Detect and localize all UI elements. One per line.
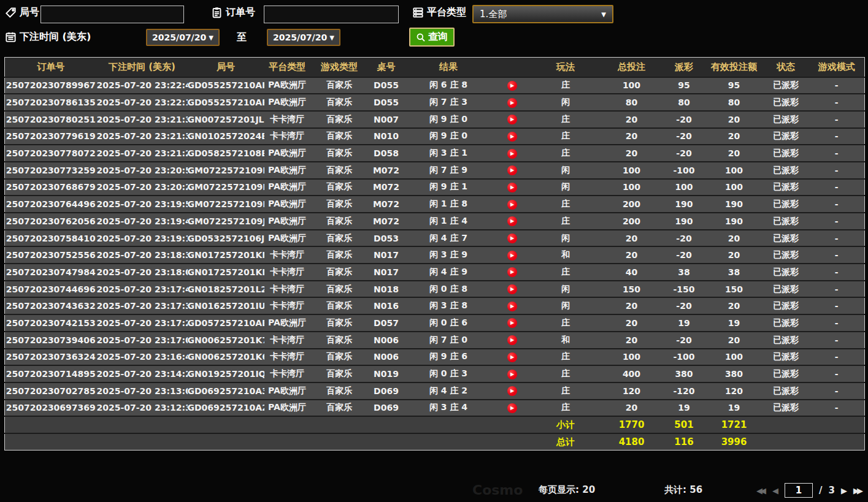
- table-row: 2507202307620562025-07-20 23:19:41GM0722…: [5, 213, 865, 230]
- cell-platform: 卡卡湾厅: [264, 246, 310, 264]
- cell-game-type: 百家乐: [310, 196, 369, 213]
- replay-button[interactable]: ▶: [507, 115, 517, 124]
- cell-valid-bet: 190: [705, 213, 763, 230]
- cell-bet-time: 2025-07-20 23:19:58: [97, 196, 188, 213]
- cell-platform: 卡卡湾厅: [264, 297, 310, 314]
- page-number-input[interactable]: [785, 483, 813, 498]
- replay-button[interactable]: ▶: [507, 302, 517, 311]
- replay-button[interactable]: ▶: [507, 132, 517, 142]
- replay-button[interactable]: ▶: [507, 98, 517, 108]
- prev-page-button[interactable]: ◀: [772, 486, 778, 495]
- platform-select[interactable]: 1.全部 ▼: [472, 5, 613, 23]
- cell-game-type: 百家乐: [310, 230, 369, 247]
- cell-replay: ▶: [493, 264, 531, 281]
- replay-button[interactable]: ▶: [507, 149, 517, 159]
- replay-button[interactable]: ▶: [507, 403, 517, 413]
- cell-valid-bet: 100: [705, 179, 763, 196]
- replay-button[interactable]: ▶: [507, 165, 517, 175]
- replay-button[interactable]: ▶: [507, 386, 517, 396]
- cell-status: 已派彩: [763, 382, 809, 400]
- cell-platform: PA欧洲厅: [264, 145, 310, 162]
- cell-platform: PA欧洲厅: [264, 314, 310, 332]
- replay-button[interactable]: ▶: [507, 335, 517, 345]
- cell-payout: 95: [663, 77, 705, 94]
- table-row: 2507202307780722025-07-20 23:21:22GD0582…: [5, 145, 865, 162]
- cell-bet-type: 和: [531, 246, 601, 264]
- replay-button[interactable]: ▶: [507, 216, 517, 226]
- chevron-down-icon: ▼: [329, 34, 334, 41]
- replay-button[interactable]: ▶: [507, 352, 517, 362]
- cell-bet-type: 庄: [531, 77, 601, 94]
- cell-status: 已派彩: [763, 213, 809, 230]
- total-payout: 116: [663, 433, 705, 451]
- cell-status: 已派彩: [763, 94, 809, 111]
- cell-valid-bet: 20: [705, 145, 763, 162]
- cell-payout: -120: [663, 382, 705, 400]
- cell-valid-bet: 100: [705, 349, 763, 366]
- cell-total-bet: 100: [601, 162, 663, 179]
- cell-payout: 38: [663, 264, 705, 281]
- cell-game-type: 百家乐: [310, 162, 369, 179]
- cell-table-no: N010: [369, 128, 404, 145]
- cell-bet-time: 2025-07-20 23:17:21: [97, 314, 188, 332]
- cell-game-mode: -: [809, 77, 865, 94]
- cell-game-type: 百家乐: [310, 179, 369, 196]
- cell-bet-type: 庄: [531, 196, 601, 213]
- date-from-picker[interactable]: 2025/07/20 ▼: [146, 29, 220, 46]
- cell-game-mode: -: [809, 94, 865, 111]
- cell-game-mode: -: [809, 246, 865, 264]
- replay-button[interactable]: ▶: [507, 81, 517, 91]
- total-pages: 3: [829, 485, 835, 496]
- subtotal-total-bet: 1770: [601, 416, 663, 433]
- cell-order-no: 250720230773259: [5, 162, 97, 179]
- cell-result: 闲 7 庄 0: [404, 332, 493, 349]
- cell-total-bet: 150: [601, 281, 663, 298]
- cell-result: 闲 3 庄 4: [404, 400, 493, 417]
- cell-bet-time: 2025-07-20 23:13:07: [97, 382, 188, 400]
- last-page-button[interactable]: ▶▶: [853, 486, 863, 495]
- cell-table-no: N016: [369, 297, 404, 314]
- order-no-label: 订单号: [226, 6, 255, 19]
- cell-game-mode: -: [809, 179, 865, 196]
- chevron-down-icon: ▼: [209, 34, 213, 41]
- cell-platform: PA欧洲厅: [264, 400, 310, 417]
- replay-button[interactable]: ▶: [507, 284, 517, 294]
- cell-status: 已派彩: [763, 246, 809, 264]
- cell-result: 闲 0 庄 3: [404, 365, 493, 382]
- replay-button[interactable]: ▶: [507, 267, 517, 277]
- table-row: 2507202307436322025-07-20 23:17:32GN0162…: [5, 297, 865, 314]
- cell-status: 已派彩: [763, 145, 809, 162]
- cell-game-mode: -: [809, 281, 865, 298]
- cell-game-type: 百家乐: [310, 77, 369, 94]
- replay-button[interactable]: ▶: [507, 318, 517, 328]
- cell-game-type: 百家乐: [310, 213, 369, 230]
- cell-valid-bet: 19: [705, 314, 763, 332]
- replay-button[interactable]: ▶: [507, 251, 517, 261]
- cell-status: 已派彩: [763, 196, 809, 213]
- cell-bet-time: 2025-07-20 23:14:25: [97, 365, 188, 382]
- cell-status: 已派彩: [763, 365, 809, 382]
- replay-button[interactable]: ▶: [507, 370, 517, 379]
- order-no-input[interactable]: [264, 6, 399, 23]
- cell-table-no: M072: [369, 179, 404, 196]
- date-to-picker[interactable]: 2025/07/20 ▼: [267, 29, 340, 46]
- search-button[interactable]: 查询: [409, 28, 455, 47]
- cell-table-no: N006: [369, 349, 404, 366]
- cell-order-no: 250720230702785: [5, 382, 97, 400]
- cell-bet-time: 2025-07-20 23:18:34: [97, 246, 188, 264]
- replay-button[interactable]: ▶: [507, 183, 517, 192]
- replay-button[interactable]: ▶: [507, 200, 517, 210]
- bet-history-page: 局号 订单号 平台类型 1.全部 ▼ 下注时间 (美东) 202: [0, 0, 868, 502]
- cell-total-bet: 20: [601, 230, 663, 247]
- first-page-button[interactable]: ◀◀: [756, 486, 766, 495]
- cell-replay: ▶: [493, 365, 531, 382]
- cell-platform: PA欧洲厅: [264, 94, 310, 111]
- replay-button[interactable]: ▶: [507, 234, 517, 243]
- cell-game-mode: -: [809, 365, 865, 382]
- cell-game-type: 百家乐: [310, 332, 369, 349]
- subtotal-payout: 501: [663, 416, 705, 433]
- cell-bet-type: 庄: [531, 314, 601, 332]
- next-page-button[interactable]: ▶: [841, 486, 847, 495]
- cell-order-no: 250720230789967: [5, 77, 97, 94]
- game-no-input[interactable]: [40, 6, 184, 23]
